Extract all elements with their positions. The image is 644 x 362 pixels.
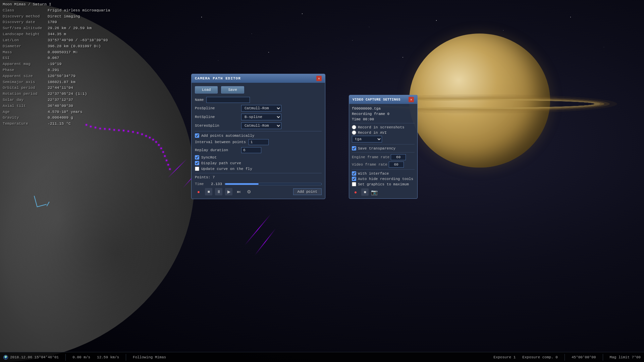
replay-duration-input[interactable] <box>241 147 261 153</box>
rot-spline-select[interactable]: Catmull-Rom B-spline Linear <box>241 114 281 120</box>
stereo-spline-select[interactable]: Catmull-Rom B-spline Linear <box>241 122 281 129</box>
engine-frame-rate-row: Engine frame rate <box>352 154 415 160</box>
info-label: Orbital period <box>3 85 46 91</box>
star <box>302 13 303 14</box>
status-divider1 <box>65 354 66 361</box>
info-value: 0.0064009 g <box>48 115 73 121</box>
info-label: Gravity <box>3 115 46 121</box>
info-label: Temperature <box>3 121 46 127</box>
name-row: Name <box>195 97 322 103</box>
video-frame-rate-input[interactable] <box>389 162 404 168</box>
status-speed1: 0.00 m/s <box>72 355 90 359</box>
stereo-spline-row: StereoSplin Catmull-Rom B-spline Linear <box>195 122 322 129</box>
info-value: 186021.87 km <box>48 79 75 85</box>
info-value: 396.28 km (0.031097 D☉) <box>48 43 101 49</box>
save-transparency-row: Save transparency <box>352 146 415 150</box>
star <box>268 52 269 53</box>
info-row: Surf/sea altitude29.26 km / 29.59 km <box>3 25 110 31</box>
star <box>369 27 369 27</box>
update-curve-row: Update curve on the fly <box>195 167 322 171</box>
info-value: 22°44'11°94 <box>48 85 73 91</box>
timeline-bar[interactable] <box>225 183 322 185</box>
vc-stop-button[interactable]: ■ <box>361 188 369 196</box>
vc-record-button[interactable]: ● <box>352 188 359 196</box>
path-dot <box>137 132 139 134</box>
info-label: Apparent size <box>3 73 46 79</box>
name-input[interactable] <box>206 97 250 103</box>
rot-spline-row: RotSpline Catmull-Rom B-spline Linear <box>195 114 322 120</box>
auto-hide-checkbox[interactable] <box>352 177 356 181</box>
status-divider2 <box>126 354 126 361</box>
load-save-row: Load Save <box>195 86 322 94</box>
add-point-button[interactable]: Add point <box>293 188 322 195</box>
path-dot <box>123 130 124 131</box>
info-row: Semimajor axis186021.87 km <box>3 79 110 85</box>
info-label: ESI <box>3 55 46 61</box>
info-value: Frigid airless microaquaria <box>48 7 110 13</box>
sync-rot-checkbox[interactable] <box>195 155 199 160</box>
with-interface-checkbox[interactable] <box>352 171 356 176</box>
record-avi-row: Record in AVI <box>352 130 415 135</box>
stop-button[interactable]: ■ <box>205 188 212 195</box>
status-datetime: 2018.12.06 15°04'46°01 <box>10 355 59 359</box>
vc-camera-button[interactable]: 📷 <box>371 188 378 196</box>
rot-spline-label: RotSpline <box>195 115 238 119</box>
video-frame-rate-label: Video frame rate <box>352 163 387 167</box>
info-label: Solar day <box>3 97 46 103</box>
update-curve-label: Update curve on the fly <box>201 167 252 171</box>
recording-frame: Recording frame 0 <box>352 112 389 116</box>
timeline-row: Time 2.133 <box>195 182 322 186</box>
vc-sep1 <box>352 123 415 123</box>
engine-frame-rate-input[interactable] <box>391 154 406 160</box>
camera-editor-body: Load Save Name PosSpline Catmull-Rom B-s… <box>192 83 325 199</box>
format-select[interactable]: tga png jpg <box>352 136 382 142</box>
info-value: 22°37'12°37 <box>48 97 73 103</box>
info-row: Solar day22°37'12°37 <box>3 97 110 103</box>
camera-editor-header[interactable]: CAMERA PATH EDITOR × <box>192 74 325 83</box>
video-capture-body: f00000000.tga Recording frame 0 Time 00:… <box>349 104 417 198</box>
pos-spline-select[interactable]: Catmull-Rom B-spline Linear <box>241 105 281 112</box>
pause-button[interactable]: ⏸ <box>215 188 222 195</box>
display-path-checkbox[interactable] <box>195 161 199 165</box>
add-points-row: Add points automatically <box>195 133 322 138</box>
load-button[interactable]: Load <box>195 86 218 94</box>
with-interface-label: With interface <box>358 172 389 176</box>
star <box>218 60 218 61</box>
info-row: Apparent mag-19°19 <box>3 61 110 67</box>
path-dot <box>152 139 154 140</box>
skip-button[interactable]: ⏭ <box>235 188 243 195</box>
info-value: 0.00050317 M☉ <box>48 49 78 55</box>
star <box>604 47 604 47</box>
info-value: 120°50'34°79 <box>48 73 75 79</box>
path-dot <box>127 130 129 132</box>
settings-button[interactable]: ⚙ <box>245 188 253 195</box>
path-dot <box>166 160 167 161</box>
camera-editor-title: CAMERA PATH EDITOR <box>195 76 241 80</box>
status-following: Following Mimas <box>133 355 166 359</box>
save-transparency-checkbox[interactable] <box>352 146 356 150</box>
play-button[interactable]: ▶ <box>225 188 232 195</box>
replay-duration-label: Replay duration <box>195 148 238 152</box>
set-graphics-checkbox[interactable] <box>352 182 356 186</box>
status-time-section: 🌍 2018.12.06 15°04'46°01 <box>3 355 59 360</box>
add-points-checkbox[interactable] <box>195 133 199 138</box>
video-capture-header[interactable]: VIDEO CAPTURE SETTINGS × <box>349 95 417 104</box>
record-avi-radio[interactable] <box>352 130 356 135</box>
status-right-section: Exposure 1 Exposure comp. 0 45°00'00°00 … <box>493 354 641 361</box>
record-button[interactable]: ● <box>195 188 202 195</box>
sync-rot-row: SyncRot <box>195 155 322 160</box>
set-graphics-row: Set graphics to maximum <box>352 182 415 186</box>
vc-sep2 <box>352 144 415 144</box>
record-screenshots-radio[interactable] <box>352 125 356 129</box>
camera-editor-close-button[interactable]: × <box>316 76 322 81</box>
update-curve-checkbox[interactable] <box>195 167 199 171</box>
sync-rot-label: SyncRot <box>201 156 217 160</box>
add-points-label: Add points automatically <box>201 134 254 138</box>
recording-frame-row: Recording frame 0 <box>352 112 415 116</box>
info-row: Phase0.291 <box>3 67 110 73</box>
save-button[interactable]: Save <box>221 86 244 94</box>
interval-input[interactable] <box>249 139 269 145</box>
star <box>252 34 252 34</box>
info-value: 22°37'05'24 (1:1) <box>48 91 87 97</box>
video-capture-close-button[interactable]: × <box>409 97 414 102</box>
